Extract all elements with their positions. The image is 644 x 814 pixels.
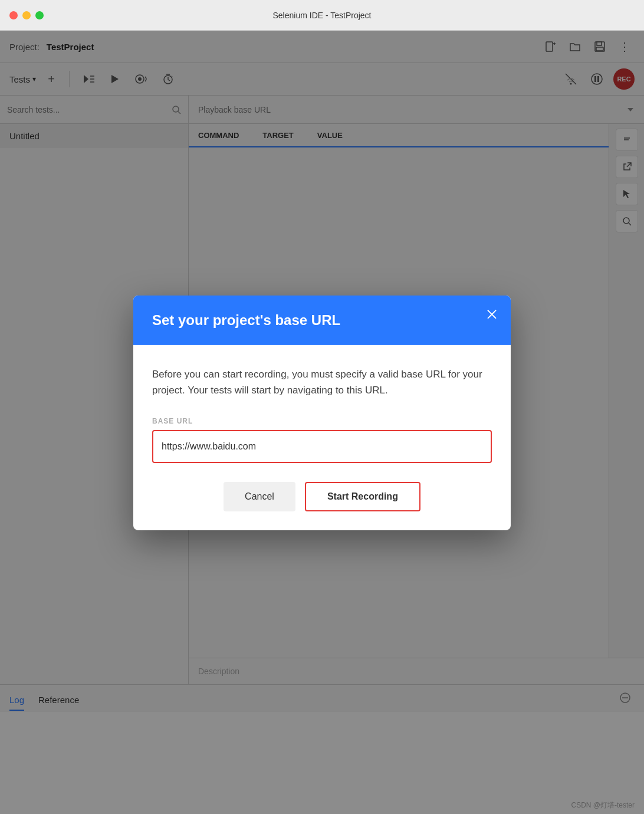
modal-title: Set your project's base URL [152, 312, 340, 328]
base-url-input[interactable] [155, 432, 489, 461]
start-recording-button[interactable]: Start Recording [305, 482, 420, 511]
maximize-button[interactable] [35, 11, 44, 19]
window-controls [9, 11, 44, 19]
modal-dialog: Set your project's base URL Before you c… [133, 296, 511, 530]
modal-description: Before you can start recording, you must… [152, 366, 492, 398]
base-url-label: BASE URL [152, 417, 492, 425]
base-url-input-wrapper [152, 430, 492, 463]
cancel-button[interactable]: Cancel [224, 482, 295, 511]
modal-body: Before you can start recording, you must… [133, 345, 511, 530]
modal-header: Set your project's base URL [133, 296, 511, 345]
modal-actions: Cancel Start Recording [152, 482, 492, 511]
minimize-button[interactable] [22, 11, 31, 19]
close-icon [487, 309, 497, 320]
modal-close-button[interactable] [482, 305, 501, 324]
window-title: Selenium IDE - TestProject [272, 11, 371, 20]
app-container: Project: TestProject ⋮ [0, 31, 644, 814]
close-button[interactable] [9, 11, 18, 19]
title-bar: Selenium IDE - TestProject [0, 0, 644, 31]
